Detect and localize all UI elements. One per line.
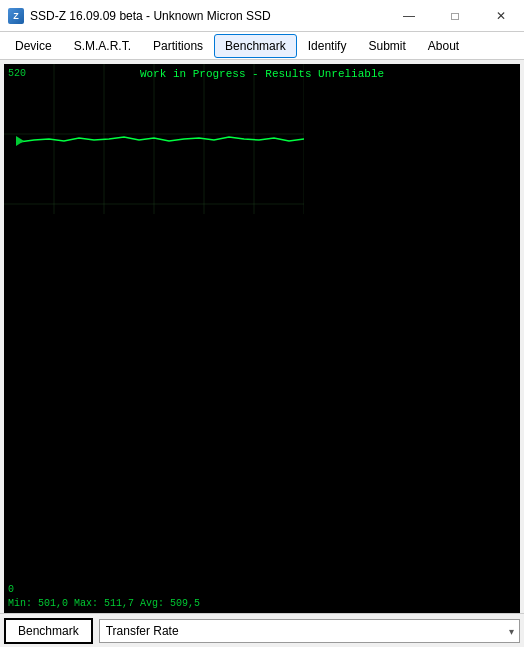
title-bar-left: Z SSD-Z 16.09.09 beta - Unknown Micron S… [8, 8, 271, 24]
benchmark-button[interactable]: Benchmark [4, 618, 93, 644]
menu-item-smart[interactable]: S.M.A.R.T. [63, 34, 142, 58]
benchmark-chart: Work in Progress - Results Unreliable 52… [4, 64, 520, 613]
chart-y-top-label: 520 [8, 68, 26, 79]
menu-item-identify[interactable]: Identify [297, 34, 358, 58]
close-button[interactable]: ✕ [478, 0, 524, 32]
chart-grid-svg [4, 64, 304, 214]
chart-y-bottom-label: 0 [8, 584, 14, 595]
chart-top-label: Work in Progress - Results Unreliable [140, 68, 384, 80]
window-title: SSD-Z 16.09.09 beta - Unknown Micron SSD [30, 9, 271, 23]
window-controls: — □ ✕ [386, 0, 524, 32]
menu-item-device[interactable]: Device [4, 34, 63, 58]
svg-marker-16 [16, 136, 24, 146]
transfer-type-dropdown-wrapper: Transfer Rate Access Time IOPS ▾ [99, 619, 520, 643]
app-icon: Z [8, 8, 24, 24]
controls-bar: Benchmark Transfer Rate Access Time IOPS… [0, 613, 524, 647]
menu-item-benchmark[interactable]: Benchmark [214, 34, 297, 58]
minimize-button[interactable]: — [386, 0, 432, 32]
menu-item-submit[interactable]: Submit [357, 34, 416, 58]
maximize-button[interactable]: □ [432, 0, 478, 32]
menu-item-partitions[interactable]: Partitions [142, 34, 214, 58]
menu-bar: Device S.M.A.R.T. Partitions Benchmark I… [0, 32, 524, 60]
menu-item-about[interactable]: About [417, 34, 470, 58]
transfer-type-select[interactable]: Transfer Rate Access Time IOPS [99, 619, 520, 643]
main-content: Work in Progress - Results Unreliable 52… [0, 60, 524, 647]
chart-stats-label: Min: 501,0 Max: 511,7 Avg: 509,5 [8, 598, 200, 609]
title-bar: Z SSD-Z 16.09.09 beta - Unknown Micron S… [0, 0, 524, 32]
